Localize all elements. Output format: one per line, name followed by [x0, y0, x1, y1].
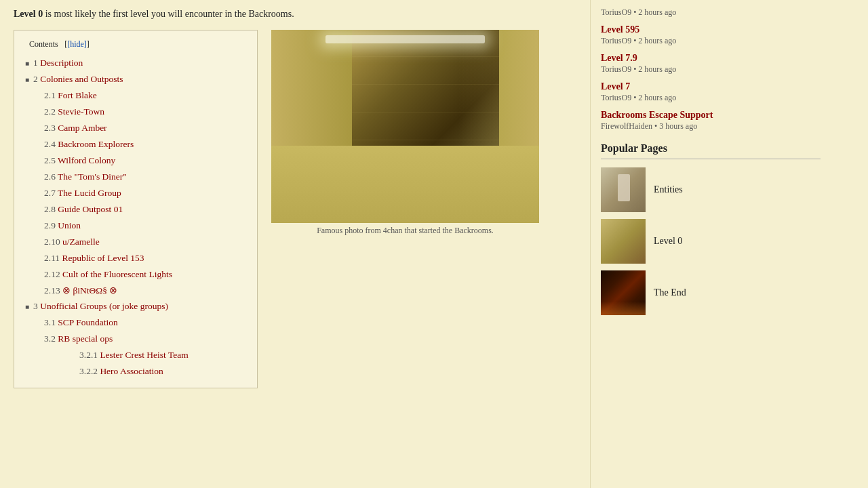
recent-link-level7[interactable]: Level 7 [601, 81, 821, 92]
recent-meta: ToriusO9 • 2 hours ago [601, 36, 676, 45]
list-item: 2.9 Union [44, 218, 246, 234]
thumbnail-level0 [601, 219, 646, 264]
toc-link-2-2[interactable]: Stevie-Town [58, 106, 104, 117]
list-item: 2.6 The "Tom's Diner" [44, 169, 246, 185]
main-image-area: Famous photo from 4chan that started the… [271, 30, 539, 236]
list-item: 2.5 Wilford Colony [44, 152, 246, 169]
toc-link-2-12[interactable]: Cult of the Fluorescent Lights [62, 269, 172, 279]
list-item: 2.13 ⊗ βiΝtΘΩ§ ⊗ [44, 283, 246, 299]
list-item: ■ 1 Description [25, 55, 246, 71]
list-item: 2.7 The Lucid Group [44, 185, 246, 201]
toc-link-2-3[interactable]: Camp Amber [58, 123, 106, 133]
list-item: 2.1 Fort Blake [44, 87, 246, 104]
popular-item-entities: Entities [601, 167, 821, 212]
popular-pages-section: Popular Pages Entities Level 0 The End [601, 142, 821, 315]
recent-link-level79[interactable]: Level 7.9 [601, 53, 821, 64]
bullet-icon: ■ [25, 58, 29, 69]
list-item: 2.3 Camp Amber [44, 120, 246, 136]
list-item: 3.2.1 Lester Crest Heist Team [79, 347, 246, 363]
list-item: ■ 2 Colonies and Outposts [25, 71, 246, 87]
popular-item-the-end: The End [601, 270, 821, 315]
recent-item: Level 7 ToriusO9 • 2 hours ago [601, 81, 821, 103]
recent-link-escape[interactable]: Backrooms Escape Support [601, 110, 821, 121]
bullet-icon: ■ [25, 301, 29, 312]
toc-link-description[interactable]: Description [40, 58, 83, 68]
toc-link-unofficial[interactable]: Unofficial Groups (or joke groups) [40, 301, 168, 311]
image-caption: Famous photo from 4chan that started the… [271, 226, 539, 236]
toc-link-2-8[interactable]: Guide Outpost 01 [58, 204, 123, 214]
popular-item-level0: Level 0 [601, 219, 821, 264]
recent-meta-top: ToriusO9 • 2 hours ago [601, 7, 676, 17]
list-item: 2.10 u/Zamelle [44, 234, 246, 250]
toc-link-2-1[interactable]: Fort Blake [58, 90, 96, 100]
toc-link-2-5[interactable]: Wilford Colony [58, 155, 115, 165]
recent-item: ToriusO9 • 2 hours ago [601, 7, 821, 18]
toc-link-3-2-2[interactable]: Hero Association [100, 366, 163, 376]
backrooms-photo [271, 30, 539, 223]
recent-meta: ToriusO9 • 2 hours ago [601, 93, 676, 102]
popular-label-the-end: The End [654, 287, 686, 298]
thumbnail-entities [601, 167, 646, 212]
toc-title: Contents [[hide]] [25, 39, 246, 49]
toc-sub2-list: 3.2.1 Lester Crest Heist Team 3.2.2 Hero… [44, 347, 246, 380]
list-item: 2.11 Republic of Level 153 [44, 250, 246, 266]
bullet-icon: ■ [25, 74, 29, 85]
recent-item: Backrooms Escape Support FirewolfHaiden … [601, 110, 821, 131]
thumbnail-the-end [601, 270, 646, 315]
intro-paragraph: Level 0 is most likely the first level y… [14, 7, 576, 22]
recent-meta: ToriusO9 • 2 hours ago [601, 64, 676, 74]
divider [601, 159, 821, 159]
intro-text: is most likely the first level you will … [43, 9, 294, 19]
list-item: 2.8 Guide Outpost 01 [44, 201, 246, 218]
toc-link-2-6[interactable]: The "Tom's Diner" [58, 171, 127, 182]
level-name: Level 0 [14, 9, 43, 19]
list-item: 2.4 Backroom Explorers [44, 136, 246, 152]
recent-section: ToriusO9 • 2 hours ago Level 595 ToriusO… [601, 7, 821, 131]
toc-link-3-2[interactable]: RB special ops [58, 333, 113, 344]
list-item: 3.2.2 Hero Association [79, 363, 246, 380]
list-item: 3.2 RB special ops [44, 331, 246, 347]
recent-item: Level 595 ToriusO9 • 2 hours ago [601, 24, 821, 46]
table-of-contents: Contents [[hide]] ■ 1 Description ■ 2 Co… [14, 30, 258, 388]
toc-sub-list-2: 3.1 SCP Foundation 3.2 RB special ops 3.… [25, 314, 246, 380]
list-item: 3.1 SCP Foundation [44, 314, 246, 331]
toc-sub-list: 2.1 Fort Blake 2.2 Stevie-Town 2.3 Camp … [25, 87, 246, 298]
recent-meta: FirewolfHaiden • 3 hours ago [601, 121, 697, 131]
recent-item: Level 7.9 ToriusO9 • 2 hours ago [601, 53, 821, 75]
list-item: 2.12 Cult of the Fluorescent Lights [44, 266, 246, 283]
toc-hide[interactable]: [[hide]] [64, 39, 90, 49]
list-item: ■ 3 Unofficial Groups (or joke groups) [25, 298, 246, 314]
toc-link-2-7[interactable]: The Lucid Group [58, 188, 121, 198]
popular-pages-title: Popular Pages [601, 142, 821, 155]
toc-link-3-1[interactable]: SCP Foundation [58, 317, 117, 327]
toc-link-2-13[interactable]: ⊗ βiΝtΘΩ§ ⊗ [62, 285, 117, 296]
toc-link-2-11[interactable]: Republic of Level 153 [62, 253, 144, 263]
sidebar: ToriusO9 • 2 hours ago Level 595 ToriusO… [590, 0, 831, 488]
toc-link-2-9[interactable]: Union [58, 220, 81, 230]
toc-link-2-4[interactable]: Backroom Explorers [58, 139, 134, 149]
toc-link-colonies[interactable]: Colonies and Outposts [40, 74, 123, 84]
toc-list: ■ 1 Description ■ 2 Colonies and Outpost… [25, 55, 246, 380]
popular-label-entities: Entities [654, 184, 683, 195]
popular-label-level0: Level 0 [654, 236, 682, 247]
list-item: 2.2 Stevie-Town [44, 104, 246, 120]
recent-link-level595[interactable]: Level 595 [601, 24, 821, 35]
toc-link-2-10[interactable]: u/Zamelle [62, 237, 100, 247]
toc-link-3-2-1[interactable]: Lester Crest Heist Team [100, 350, 188, 360]
